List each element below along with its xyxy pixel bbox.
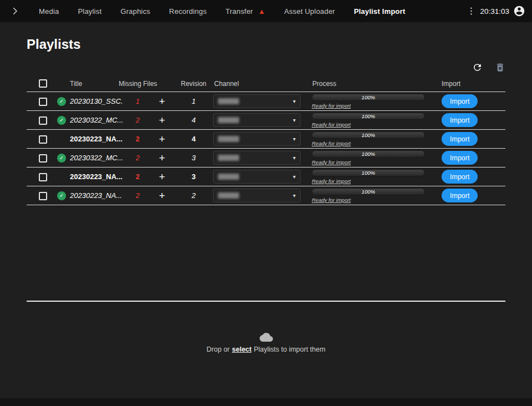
revision-number: 3 bbox=[191, 154, 195, 162]
nav-item-media[interactable]: Media bbox=[39, 7, 59, 16]
progress: 100% Ready for import bbox=[312, 113, 425, 128]
warning-triangle-icon: ▲ bbox=[258, 7, 265, 16]
progress-percent: 100% bbox=[312, 131, 425, 139]
row-checkbox[interactable] bbox=[39, 98, 47, 106]
page-title: Playlists bbox=[27, 37, 505, 52]
cloud-upload-icon bbox=[259, 332, 273, 343]
progress: 100% Ready for import bbox=[312, 188, 425, 204]
channel-select[interactable]: ▾ bbox=[213, 113, 301, 127]
progress-bar: 100% bbox=[312, 169, 425, 176]
channel-select[interactable]: ▾ bbox=[213, 189, 301, 202]
imported-check-icon: ✓ bbox=[57, 191, 66, 200]
row-checkbox[interactable] bbox=[39, 192, 47, 200]
channel-value-redacted bbox=[218, 136, 239, 142]
channel-select[interactable]: ▾ bbox=[213, 170, 301, 184]
import-button[interactable]: Import bbox=[442, 151, 478, 165]
add-missing-files-icon[interactable]: + bbox=[159, 190, 165, 201]
add-missing-files-icon[interactable]: + bbox=[159, 115, 165, 125]
add-missing-files-icon[interactable]: + bbox=[159, 96, 165, 106]
nav-item-asset-uploader[interactable]: Asset Uploader bbox=[284, 7, 335, 16]
import-button[interactable]: Import bbox=[442, 113, 478, 127]
nav-item-recordings[interactable]: Recordings bbox=[169, 7, 207, 16]
imported-check-icon: ✓ bbox=[57, 154, 66, 163]
table-row: ✓ 20230223_NA... 2 + 2 ▾ 100% Ready for … bbox=[27, 186, 505, 205]
nav-item-playlist[interactable]: Playlist bbox=[78, 7, 102, 16]
column-header-process: Process bbox=[308, 80, 442, 88]
imported-check-icon: ✓ bbox=[57, 116, 66, 125]
missing-files-count: 2 bbox=[135, 116, 139, 124]
clock: 20:31:03 bbox=[480, 7, 509, 16]
chevron-right-icon[interactable] bbox=[10, 6, 20, 16]
table-header: Title Missing Files Revision Channel Pro… bbox=[27, 75, 505, 92]
missing-files-count: 2 bbox=[135, 154, 139, 162]
table-row: ✓ 20230322_MC... 2 + 3 ▾ 100% Ready for … bbox=[27, 149, 505, 168]
add-missing-files-icon[interactable]: + bbox=[159, 171, 165, 182]
delete-selected-button[interactable] bbox=[495, 62, 505, 73]
chevron-down-icon: ▾ bbox=[293, 118, 296, 123]
divider bbox=[27, 301, 505, 302]
topbar-right: ⋮ 20:31:03 bbox=[466, 5, 525, 17]
nav-item-transfer-label: Transfer bbox=[226, 7, 254, 16]
playlist-title: 20230130_SSC... bbox=[70, 97, 123, 105]
select-files-link[interactable]: select bbox=[232, 346, 251, 353]
progress-percent: 100% bbox=[312, 113, 425, 120]
channel-value-redacted bbox=[218, 117, 239, 123]
row-checkbox[interactable] bbox=[39, 135, 47, 144]
import-button[interactable]: Import bbox=[442, 189, 478, 202]
row-checkbox[interactable] bbox=[39, 154, 47, 163]
import-button[interactable]: Import bbox=[442, 170, 478, 184]
missing-files-count: 2 bbox=[135, 135, 139, 143]
progress-bar: 100% bbox=[312, 113, 425, 120]
import-button[interactable]: Import bbox=[442, 94, 478, 108]
playlist-title: 20230223_NA... bbox=[70, 172, 123, 181]
dropzone[interactable]: Drop orselectPlaylists to import them bbox=[27, 332, 505, 353]
column-header-revision: Revision bbox=[174, 80, 213, 88]
table-body: ✓ 20230130_SSC... 1 + 1 ▾ 100% Ready for… bbox=[27, 92, 505, 205]
playlist-title: 20230322_MC... bbox=[70, 154, 123, 162]
table-row: ✓ 20230223_NA... 2 + 4 ▾ 100% Ready for … bbox=[27, 130, 505, 149]
refresh-button[interactable] bbox=[472, 62, 483, 73]
row-checkbox[interactable] bbox=[39, 116, 47, 125]
progress-percent: 100% bbox=[312, 169, 425, 176]
progress-status: Ready for import bbox=[312, 121, 351, 128]
progress: 100% Ready for import bbox=[312, 94, 425, 109]
channel-select[interactable]: ▾ bbox=[213, 151, 301, 165]
row-checkbox[interactable] bbox=[39, 173, 47, 181]
imported-check-icon: ✓ bbox=[57, 97, 66, 106]
missing-files-count: 2 bbox=[135, 172, 139, 181]
progress-percent: 100% bbox=[312, 94, 425, 101]
table-row: ✓ 20230322_MC... 2 + 4 ▾ 100% Ready for … bbox=[27, 111, 505, 130]
progress-bar: 100% bbox=[312, 150, 425, 158]
app-root: Media Playlist Graphics Recordings Trans… bbox=[0, 0, 532, 406]
playlist-title: 20230322_MC... bbox=[70, 116, 123, 124]
bottom-strip bbox=[0, 398, 532, 406]
missing-files-count: 1 bbox=[135, 97, 139, 105]
column-header-import: Import bbox=[442, 80, 505, 88]
column-header-missing-files: Missing Files bbox=[119, 80, 174, 88]
progress: 100% Ready for import bbox=[312, 131, 425, 147]
nav-item-transfer[interactable]: Transfer▲ bbox=[226, 7, 266, 16]
channel-select[interactable]: ▾ bbox=[213, 94, 301, 108]
table-row: ✓ 20230223_NA... 2 + 3 ▾ 100% Ready for … bbox=[27, 168, 505, 186]
revision-number: 2 bbox=[191, 191, 195, 200]
user-avatar-icon[interactable] bbox=[513, 5, 525, 17]
select-all-checkbox[interactable] bbox=[39, 79, 47, 88]
add-missing-files-icon[interactable]: + bbox=[159, 153, 165, 163]
playlist-title: 20230223_NA... bbox=[70, 135, 123, 143]
progress-status: Ready for import bbox=[312, 140, 351, 146]
add-missing-files-icon[interactable]: + bbox=[159, 134, 165, 144]
channel-select[interactable]: ▾ bbox=[213, 132, 301, 146]
revision-number: 3 bbox=[191, 172, 195, 181]
progress-status: Ready for import bbox=[312, 197, 351, 203]
progress-status: Ready for import bbox=[312, 159, 351, 165]
nav-item-playlist-import[interactable]: Playlist Import bbox=[354, 7, 406, 16]
table-row: ✓ 20230130_SSC... 1 + 1 ▾ 100% Ready for… bbox=[27, 92, 505, 111]
kebab-menu-icon[interactable]: ⋮ bbox=[466, 7, 476, 16]
progress-bar: 100% bbox=[312, 94, 425, 101]
chevron-down-icon: ▾ bbox=[293, 99, 296, 104]
table-toolbar bbox=[27, 59, 505, 75]
progress-bar: 100% bbox=[312, 188, 425, 195]
nav-item-graphics[interactable]: Graphics bbox=[120, 7, 150, 16]
revision-number: 4 bbox=[191, 116, 195, 124]
import-button[interactable]: Import bbox=[442, 132, 478, 146]
